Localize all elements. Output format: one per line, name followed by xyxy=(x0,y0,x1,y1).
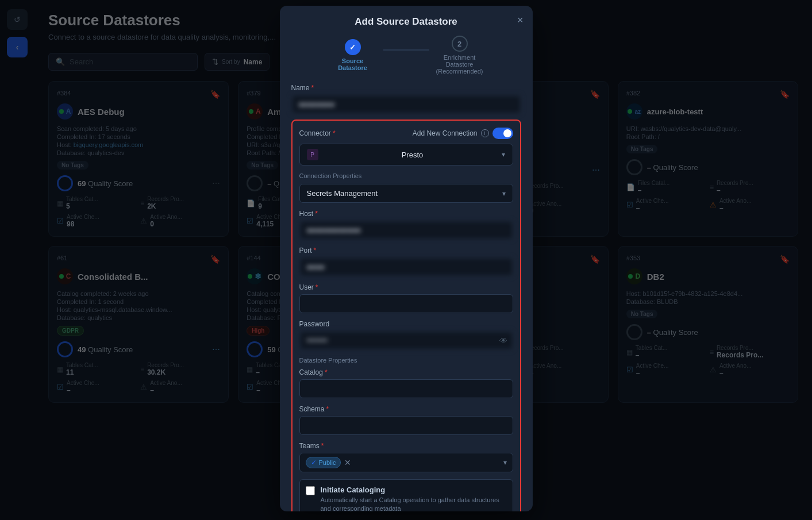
teams-clear-icon[interactable]: ✕ xyxy=(344,458,351,467)
step-1: ✓ Source Datastore xyxy=(327,39,379,71)
host-group: Host * xyxy=(299,210,513,240)
connector-chevron-icon: ▾ xyxy=(502,151,505,159)
step-1-label: Source Datastore xyxy=(327,57,379,71)
initiate-cataloging-checkbox[interactable] xyxy=(306,486,315,495)
modal-add-source-datastore: Add Source Datastore × ✓ Source Datastor… xyxy=(280,6,533,511)
connection-properties-label: Connection Properties xyxy=(299,172,513,179)
port-label: Port * xyxy=(299,246,513,255)
step-2-label: Enrichment Datastore (Recommended) xyxy=(434,54,486,75)
password-group: Password 👁 xyxy=(299,320,513,350)
secrets-management-group: Secrets Management ▾ xyxy=(299,184,513,203)
initiate-cataloging-row: Initiate Cataloging Automatically start … xyxy=(299,479,513,511)
teams-arrow-icon[interactable]: ▾ xyxy=(503,459,507,467)
step-1-circle: ✓ xyxy=(345,39,361,55)
catalog-label: Catalog * xyxy=(299,368,513,376)
team-tag-label: Public xyxy=(319,459,336,466)
password-toggle-icon[interactable]: 👁 xyxy=(499,336,507,345)
initiate-cataloging-title: Initiate Cataloging xyxy=(321,486,507,494)
schema-input[interactable] xyxy=(299,416,513,435)
teams-group: Teams * ✓ Public ✕ ▾ xyxy=(299,442,513,472)
catalog-input[interactable] xyxy=(299,379,513,398)
catalog-group: Catalog * xyxy=(299,368,513,398)
team-tag-public: ✓ Public xyxy=(306,457,341,468)
team-check-icon: ✓ xyxy=(311,459,317,467)
port-input[interactable] xyxy=(299,257,513,276)
user-input[interactable] xyxy=(299,294,513,313)
connector-label: Connector * xyxy=(299,129,336,137)
step-line xyxy=(383,49,429,51)
connector-select[interactable]: P Presto ▾ xyxy=(299,144,513,165)
secrets-management-select[interactable]: Secrets Management ▾ xyxy=(299,184,513,203)
user-group: User * xyxy=(299,283,513,313)
presto-icon: P xyxy=(307,149,318,160)
name-section: Name * xyxy=(280,84,533,120)
secrets-management-value: Secrets Management xyxy=(307,189,378,198)
host-input[interactable] xyxy=(299,221,513,240)
password-input[interactable] xyxy=(299,331,513,350)
connector-section: Connector * Add New Connection i P Prest… xyxy=(291,120,521,511)
user-label: User * xyxy=(299,283,513,291)
connector-value: Presto xyxy=(402,151,424,159)
step-2-circle: 2 xyxy=(452,36,468,52)
step-2: 2 Enrichment Datastore (Recommended) xyxy=(434,36,486,75)
modal-overlay[interactable]: Add Source Datastore × ✓ Source Datastor… xyxy=(0,0,812,520)
password-label: Password xyxy=(299,320,513,328)
port-group: Port * xyxy=(299,246,513,276)
add-new-connection-toggle: Add New Connection i xyxy=(413,128,513,139)
info-icon[interactable]: i xyxy=(481,129,489,137)
datastore-properties-label: Datastore Properties xyxy=(299,357,513,364)
schema-label: Schema * xyxy=(299,405,513,413)
teams-label: Teams * xyxy=(299,442,513,450)
modal-header: Add Source Datastore × xyxy=(280,6,533,36)
connector-row-header: Connector * Add New Connection i xyxy=(299,128,513,139)
schema-group: Schema * xyxy=(299,405,513,435)
initiate-cataloging-desc: Automatically start a Catalog operation … xyxy=(321,496,507,511)
secrets-chevron-icon: ▾ xyxy=(502,190,506,198)
add-new-connection-label: Add New Connection xyxy=(413,129,478,137)
name-input[interactable] xyxy=(291,95,521,114)
modal-title: Add Source Datastore xyxy=(355,16,457,28)
teams-select[interactable]: ✓ Public ✕ ▾ xyxy=(299,453,513,472)
modal-body: Connector * Add New Connection i P Prest… xyxy=(280,120,533,511)
stepper: ✓ Source Datastore 2 Enrichment Datastor… xyxy=(280,36,533,84)
modal-close-button[interactable]: × xyxy=(517,15,524,25)
initiate-cataloging-text: Initiate Cataloging Automatically start … xyxy=(321,486,507,511)
name-label: Name * xyxy=(291,84,521,92)
password-wrapper: 👁 xyxy=(299,331,513,350)
host-label: Host * xyxy=(299,210,513,218)
connector-select-group: P Presto ▾ xyxy=(299,144,513,165)
add-new-connection-toggle-switch[interactable] xyxy=(492,128,513,139)
